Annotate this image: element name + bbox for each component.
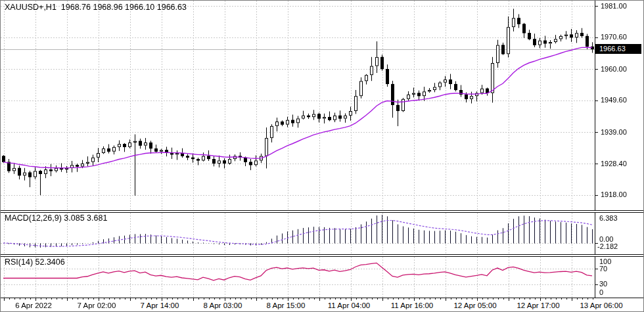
trading-chart-window: XAUUSD+,H1 1968.76 1968.96 1966.10 1966.… (0, 0, 644, 312)
time-axis-tick (251, 298, 252, 300)
time-axis-tick (409, 298, 409, 300)
price-axis-tick (595, 132, 598, 133)
time-axis-tick (461, 298, 462, 300)
time-axis-tick (519, 298, 520, 300)
macd-axis-label: 6.383 (599, 214, 618, 223)
time-axis-tick (9, 298, 10, 300)
time-axis-tick (451, 298, 451, 300)
time-axis-tick (41, 298, 41, 300)
time-axis-tick (120, 298, 120, 300)
time-axis-tick (225, 298, 225, 301)
time-axis-tick (587, 298, 588, 300)
macd-axis-label: -2.182 (597, 242, 618, 251)
time-axis-tick (566, 298, 567, 300)
time-axis-tick (498, 298, 499, 300)
price-axis-tick (595, 69, 598, 70)
macd-axis-tick (595, 243, 598, 244)
rsi-axis-label: 70 (599, 265, 607, 273)
time-axis-tick (361, 298, 362, 300)
time-axis-tick (193, 298, 194, 301)
time-axis-tick (104, 298, 104, 300)
panel-splitter-macd[interactable] (1, 210, 643, 213)
time-axis-tick (130, 298, 131, 301)
price-axis-tick (595, 195, 598, 196)
time-axis-tick (372, 298, 373, 300)
time-axis-tick (93, 298, 94, 300)
panel-splitter-rsi[interactable] (1, 254, 643, 257)
time-axis-tick (167, 298, 168, 300)
main-price-chart[interactable] (1, 1, 595, 210)
time-axis-tick (78, 298, 78, 300)
time-axis-tick (398, 298, 399, 300)
time-axis-tick (235, 298, 236, 300)
time-axis-tick (319, 298, 320, 301)
time-axis-tick (83, 298, 83, 300)
time-axis-tick (4, 298, 5, 301)
time-axis[interactable]: 6 Apr 20227 Apr 02:007 Apr 14:008 Apr 03… (1, 298, 643, 312)
time-axis-tick (530, 298, 530, 300)
macd-label: MACD(12,26,9) 3.085 3.681 (5, 213, 107, 223)
price-axis-label: 1939.00 (601, 128, 627, 137)
time-axis-tick (419, 298, 420, 300)
time-axis-tick (403, 298, 404, 300)
time-axis-tick (177, 298, 178, 300)
time-axis-tick (262, 298, 262, 300)
price-axis-tick (595, 164, 598, 164)
time-axis-tick (330, 298, 331, 300)
current-price-tag: 1966.63 (595, 44, 641, 54)
time-axis-tick (435, 298, 436, 300)
time-axis-tick (551, 298, 551, 300)
chart-title: XAUUSD+,H1 1968.76 1968.96 1966.10 1966.… (5, 3, 187, 12)
time-axis-label: 6 Apr 2022 (15, 301, 52, 309)
time-axis-tick (304, 298, 304, 300)
time-axis-tick (20, 298, 20, 300)
time-axis-tick (325, 298, 325, 300)
price-axis-label: 1981.00 (601, 2, 627, 11)
time-axis-tick (272, 298, 273, 300)
rsi-axis-tick (595, 269, 598, 269)
time-axis-tick (477, 298, 478, 301)
time-axis-tick (430, 298, 430, 300)
time-axis-tick (141, 298, 141, 300)
time-axis-tick (46, 298, 47, 300)
time-axis-tick (162, 298, 162, 301)
time-axis-tick (246, 298, 246, 300)
time-axis-tick (440, 298, 441, 300)
rsi-axis-label: 0 (599, 288, 603, 297)
time-axis-tick (35, 298, 36, 301)
time-axis-tick (393, 298, 394, 300)
rsi-indicator-panel[interactable] (1, 257, 595, 298)
time-axis-label: 12 Apr 05:00 (453, 301, 496, 309)
time-axis-tick (582, 298, 583, 300)
time-axis-tick (293, 298, 294, 300)
time-axis-tick (577, 298, 578, 300)
time-axis-tick (503, 298, 504, 300)
time-axis-tick (535, 298, 536, 300)
time-axis-tick (198, 298, 199, 300)
time-axis-tick (135, 298, 136, 300)
time-axis-label: 11 Apr 16:00 (391, 301, 433, 309)
time-axis-tick (377, 298, 378, 300)
time-axis-tick (188, 298, 189, 300)
time-axis-tick (414, 298, 415, 301)
time-axis-tick (561, 298, 562, 300)
price-axis-label: 1918.00 (601, 190, 627, 199)
time-axis-tick (524, 298, 525, 300)
time-axis-tick (57, 298, 57, 300)
time-axis-tick (283, 298, 283, 300)
time-axis-tick (62, 298, 62, 300)
time-axis-label: 11 Apr 04:00 (328, 301, 370, 309)
time-axis-tick (288, 298, 288, 301)
time-axis-tick (99, 298, 99, 301)
time-axis-tick (346, 298, 346, 300)
price-axis-tick (595, 37, 598, 38)
time-axis-label: 8 Apr 03:00 (204, 301, 242, 309)
time-axis-tick (382, 298, 383, 301)
time-axis-tick (367, 298, 367, 300)
time-axis-tick (88, 298, 89, 300)
time-axis-tick (114, 298, 115, 300)
time-axis-tick (204, 298, 204, 300)
time-axis-label: 7 Apr 02:00 (78, 301, 116, 309)
time-axis-tick (493, 298, 494, 300)
time-axis-label: 13 Apr 06:00 (580, 301, 622, 309)
